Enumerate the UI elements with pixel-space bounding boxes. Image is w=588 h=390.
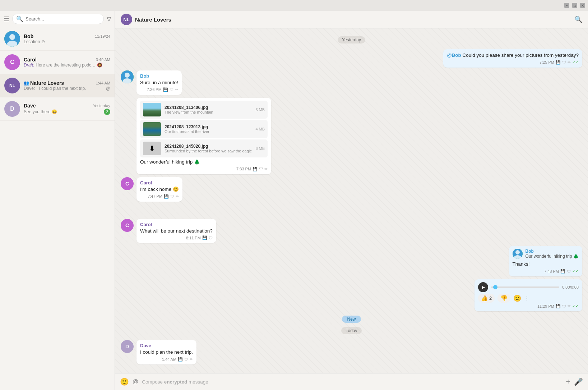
save-icon-carol2: 💾 bbox=[202, 235, 207, 240]
shield-icon-dave: 🛡 bbox=[184, 357, 188, 362]
mute-icon-bob: ⊖ bbox=[41, 39, 45, 44]
msg-bubble-voice: ▶ 0:00/0:08 👍 2 👎 bbox=[474, 279, 582, 311]
preview-prefix-nl: Dave: bbox=[24, 86, 35, 91]
compose-input-wrap[interactable]: Compose encrypted message bbox=[142, 379, 562, 385]
thumbs-up-reaction[interactable]: 👍 2 bbox=[478, 294, 495, 303]
conv-info-dave: Dave Yesterday See you there 😀 2 bbox=[24, 103, 110, 115]
msg-bob-files: 20241208_113406.jpg The view from the mo… bbox=[115, 96, 588, 176]
conv-preview-bob: Location ⊖ bbox=[24, 39, 110, 44]
search-input[interactable] bbox=[26, 16, 100, 22]
save-icon-bob: 💾 bbox=[163, 87, 168, 92]
file-size-2: 4 MB bbox=[255, 127, 265, 131]
file-info-2: 20241208_123013.jpg Our first break at t… bbox=[165, 124, 252, 134]
edit-icon-bob: ✏ bbox=[175, 87, 178, 92]
conv-name-carol: Carol bbox=[24, 57, 37, 63]
new-label: New bbox=[342, 316, 361, 323]
save-icon-voice: 💾 bbox=[556, 304, 561, 308]
file-thumb-2 bbox=[143, 122, 161, 136]
conv-item-bob[interactable]: Bob 11/19/24 Location ⊖ bbox=[0, 27, 115, 51]
conv-item-carol[interactable]: C Carol 3:49 AM Draft: Here are the inte… bbox=[0, 51, 115, 74]
shield-icon-carol1: 🛡 bbox=[170, 194, 174, 198]
file-desc-3: Surrounded by the forest before we saw t… bbox=[165, 149, 252, 153]
file-desc-1: The view from the mountain bbox=[165, 110, 252, 114]
shield-icon-caption: 🛡 bbox=[259, 167, 263, 171]
mention-icon[interactable]: @ bbox=[133, 378, 138, 385]
search-box[interactable]: 🔍 bbox=[12, 14, 104, 24]
emoji-picker-icon[interactable]: 🙂 bbox=[120, 377, 129, 386]
draft-label-carol: Draft: bbox=[24, 63, 34, 68]
msg-meta-caption: 7:33 PM 💾 🛡 ✏ bbox=[140, 167, 268, 171]
file-attach-2[interactable]: 20241208_123013.jpg Our first break at t… bbox=[140, 120, 268, 138]
chat-header: NL Nature Lovers 🔍 bbox=[115, 11, 588, 28]
msg-sender-bob: Bob bbox=[140, 73, 178, 79]
msg-bubble-dave: Dave I could plan the next trip. 1:44 AM… bbox=[136, 340, 196, 364]
thumbs-down-reaction[interactable]: 👎 bbox=[497, 294, 510, 303]
check-icon-mention: ✓✓ bbox=[572, 60, 579, 65]
more-options-icon[interactable]: ⋮ bbox=[524, 295, 530, 302]
close-button[interactable]: ✕ bbox=[580, 3, 585, 8]
conv-time-carol: 3:49 AM bbox=[96, 58, 110, 62]
menu-icon[interactable]: ☰ bbox=[4, 15, 9, 23]
voice-time: 0:00/0:08 bbox=[562, 285, 579, 289]
play-button[interactable]: ▶ bbox=[478, 282, 488, 292]
msg-sender-carol1: Carol bbox=[140, 180, 179, 185]
msg-meta-bob-reply: 7:26 PM 💾 🛡 ✏ bbox=[140, 87, 178, 92]
msg-meta-dave: 1:44 AM 💾 🛡 ✏ bbox=[140, 357, 193, 362]
filter-icon[interactable]: ▽ bbox=[107, 15, 111, 22]
shield-icon-carol2: 🛡 bbox=[209, 236, 213, 240]
shield-icon-bob: 🛡 bbox=[170, 87, 173, 92]
avatar-dave: D bbox=[4, 101, 20, 117]
msg-meta-thanks: 7:48 PM 💾 🛡 ✓✓ bbox=[513, 269, 579, 274]
add-reaction-icon[interactable]: 🙂 bbox=[513, 294, 521, 302]
conv-preview-carol: Draft: Here are the interesting podc… 🔕 bbox=[24, 63, 110, 68]
file-attach-1[interactable]: 20241208_113406.jpg The view from the mo… bbox=[140, 101, 268, 119]
attach-icon[interactable]: + bbox=[566, 377, 570, 386]
msg-meta-mention: 7:25 PM 💾 🛡 ✏ ✓✓ bbox=[447, 60, 579, 65]
voice-message: ▶ 0:00/0:08 bbox=[478, 282, 579, 292]
msg-time-bob-reply: 7:26 PM bbox=[147, 87, 162, 92]
msg-time-carol2: 8:11 PM bbox=[186, 236, 201, 240]
shield-icon-voice: 🛡 bbox=[562, 304, 566, 308]
save-icon-dave: 💾 bbox=[178, 357, 183, 362]
conv-item-nature-lovers[interactable]: NL 👥 Nature Lovers 1:44 AM Dave: I could… bbox=[0, 74, 115, 97]
thumbs-down-emoji: 👎 bbox=[500, 295, 508, 302]
file-attach-3[interactable]: ⬇ 20241208_145020.jpg Surrounded by the … bbox=[140, 139, 268, 157]
msg-voice-wrap: ▶ 0:00/0:08 👍 2 👎 bbox=[115, 278, 588, 313]
conv-item-dave[interactable]: D Dave Yesterday See you there 😀 2 bbox=[0, 97, 115, 121]
avatar-dave-msg: D bbox=[121, 340, 134, 353]
day-divider-yesterday: Yesterday bbox=[115, 36, 588, 43]
messages-area[interactable]: Yesterday @Bob @Bob Could you please sha… bbox=[115, 28, 588, 373]
msg-bubble-bob-reply: Bob Sure, in a minute! 7:26 PM 💾 🛡 ✏ bbox=[136, 70, 182, 95]
msg-text-dave: I could plan the next trip. bbox=[140, 349, 193, 356]
chat-title-avatar: NL bbox=[121, 14, 132, 25]
spacer1 bbox=[115, 203, 588, 217]
voice-progress-bar[interactable] bbox=[491, 286, 559, 288]
search-icon: 🔍 bbox=[16, 15, 23, 22]
minimize-button[interactable]: − bbox=[564, 3, 569, 8]
save-icon-thanks: 💾 bbox=[560, 269, 565, 274]
msg-bubble-carol1: Carol I'm back home 😊 7:47 PM 💾 🛡 ✏ bbox=[136, 177, 182, 202]
avatar-carol-msg2: C bbox=[121, 219, 134, 232]
new-divider: New bbox=[115, 316, 588, 323]
compose-placeholder: Compose encrypted message bbox=[142, 379, 208, 385]
sidebar: ☰ 🔍 ▽ Bob 11/19/24 bbox=[0, 11, 115, 390]
conv-preview-nl: Dave: I could plan the next trip. @ bbox=[24, 86, 110, 91]
chat-search-icon[interactable]: 🔍 bbox=[574, 15, 582, 23]
mic-icon[interactable]: 🎤 bbox=[574, 377, 583, 386]
edit-icon-carol1: ✏ bbox=[176, 194, 179, 199]
avatar-nature-lovers: NL bbox=[4, 78, 20, 93]
at-icon-nl: @ bbox=[106, 86, 110, 91]
save-icon-mention: 💾 bbox=[556, 60, 561, 65]
msg-text-thanks: Thanks! bbox=[513, 261, 579, 268]
maximize-button[interactable]: □ bbox=[572, 3, 577, 8]
msg-time-mention: 7:25 PM bbox=[540, 60, 554, 64]
file-info-1: 20241208_113406.jpg The view from the mo… bbox=[165, 105, 252, 114]
msg-text-mention: @Bob @Bob Could you please share your pi… bbox=[447, 52, 579, 59]
title-bar: − □ ✕ bbox=[0, 0, 588, 11]
msg-outgoing-mention: @Bob @Bob Could you please share your pi… bbox=[115, 48, 588, 69]
conv-info-carol: Carol 3:49 AM Draft: Here are the intere… bbox=[24, 57, 110, 68]
msg-time-caption: 7:33 PM bbox=[236, 167, 251, 171]
group-icon: 👥 bbox=[24, 81, 29, 86]
file-thumb-3: ⬇ bbox=[143, 142, 161, 155]
thumbs-up-count: 2 bbox=[489, 295, 492, 301]
